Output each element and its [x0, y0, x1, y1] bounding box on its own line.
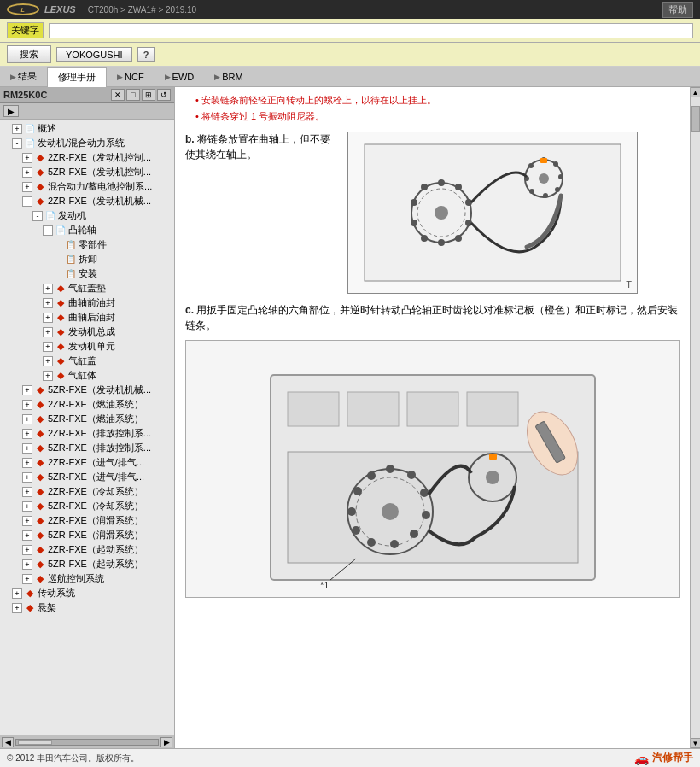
expand-5zr[interactable]: + [22, 167, 32, 178]
tree-label-11: 安装 [79, 267, 97, 280]
tree-item-5zr-intake[interactable]: + ◆ 5ZR-FXE（进气/排气... [0, 470, 174, 484]
expand-susp[interactable]: + [12, 603, 22, 613]
expand-rs[interactable]: + [43, 313, 53, 323]
yokogushi-button[interactable]: YOKOGUSHI [56, 47, 132, 62]
tree-item-2zr-fuel[interactable]: + ◆ 2ZR-FXE（燃油系统） [0, 397, 174, 412]
expand-2zr-mech[interactable]: - [22, 196, 32, 207]
tree-item-5zr-start[interactable]: + ◆ 5ZR-FXE（起动系统） [0, 557, 174, 571]
expand-5zrl[interactable]: + [22, 530, 32, 541]
horizontal-scroll-track[interactable] [15, 739, 159, 746]
tree-item-transmission[interactable]: + ◆ 传动系统 [0, 586, 174, 600]
expand-2zrf[interactable]: + [22, 400, 32, 410]
expand-cam[interactable]: - [43, 225, 53, 236]
tree-item-front-seal[interactable]: + ◆ 曲轴前油封 [0, 296, 174, 310]
tree-view: + 📄 概述 - 📄 发动机/混合动力系统 + ◆ 2ZR-FXE（发动机控制.… [0, 120, 174, 735]
close-panel-button[interactable]: ✕ [111, 89, 125, 101]
tree-item-parts[interactable]: 📋 零部件 [0, 237, 174, 252]
tree-item-rear-seal[interactable]: + ◆ 曲轴后油封 [0, 310, 174, 325]
tab-ewd[interactable]: ▶ EWD [155, 67, 205, 86]
tree-item-5zr-lube[interactable]: + ◆ 5ZR-FXE（润滑系统） [0, 528, 174, 542]
expand-5zre[interactable]: + [22, 443, 32, 454]
expand-hg[interactable]: + [43, 284, 53, 294]
search-input[interactable] [49, 23, 693, 38]
nav-forward-button[interactable]: ▶ [3, 105, 19, 117]
scroll-left-button[interactable]: ◀ [2, 737, 14, 747]
expand-eng[interactable]: - [32, 211, 43, 221]
scroll-track-vertical[interactable] [691, 97, 700, 738]
scroll-down-button[interactable]: ▼ [691, 738, 701, 748]
tree-item-5zr-emission[interactable]: + ◆ 5ZR-FXE（排放控制系... [0, 441, 174, 455]
tree-item-camshaft[interactable]: - 📄 凸轮轴 [0, 223, 174, 237]
expand-2zrl[interactable]: + [22, 516, 32, 526]
expand-2zrc[interactable]: + [22, 487, 32, 497]
tree-item-overview[interactable]: + 📄 概述 [0, 121, 174, 136]
expand-cb[interactable]: + [43, 371, 53, 381]
expand-eu[interactable]: + [43, 342, 53, 352]
panel-ctrl-4[interactable]: ↺ [157, 89, 171, 101]
horizontal-scroll-thumb[interactable] [18, 740, 52, 745]
tree-item-install[interactable]: 📋 安装 [0, 266, 174, 281]
tree-item-cylinder-head[interactable]: + ◆ 气缸盖 [0, 354, 174, 368]
tree-item-2zr-control[interactable]: + ◆ 2ZR-FXE（发动机控制... [0, 150, 174, 165]
scroll-right-button[interactable]: ▶ [160, 737, 172, 747]
tree-item-engine[interactable]: - 📄 发动机 [0, 208, 174, 223]
help-question-button[interactable]: ? [137, 47, 155, 62]
logo-text: L [21, 7, 26, 13]
expand-2zrs[interactable]: + [22, 545, 32, 555]
tree-item-cruise[interactable]: + ◆ 巡航控制系统 [0, 571, 174, 586]
tree-item-cylinder-block[interactable]: + ◆ 气缸体 [0, 368, 174, 383]
tree-item-5zr-fuel[interactable]: + ◆ 5ZR-FXE（燃油系统） [0, 412, 174, 426]
expand-5zrs[interactable]: + [22, 559, 32, 570]
tree-item-hybrid-battery[interactable]: + ◆ 混合动力/蓄电池控制系... [0, 179, 174, 194]
expand-engine[interactable]: - [12, 138, 22, 149]
expand-cruise[interactable]: + [22, 574, 32, 584]
tree-item-engine-hybrid[interactable]: - 📄 发动机/混合动力系统 [0, 136, 174, 150]
keyword-label: 关键字 [7, 22, 44, 38]
expand-5zri[interactable]: + [22, 472, 32, 483]
scroll-up-button[interactable]: ▲ [691, 87, 701, 97]
red-icon-23: ◆ [34, 545, 46, 555]
expand-2zri[interactable]: + [22, 458, 32, 468]
right-scrollbar[interactable]: ▲ ▼ [690, 87, 700, 748]
expand-5zrm[interactable]: + [22, 385, 32, 395]
expand-2zre[interactable]: + [22, 429, 32, 439]
tree-item-engine-assy[interactable]: + ◆ 发动机总成 [0, 325, 174, 339]
tree-item-2zr-start[interactable]: + ◆ 2ZR-FXE（起动系统） [0, 542, 174, 557]
help-button[interactable]: 帮助 [662, 2, 693, 18]
expand-5zrf[interactable]: + [22, 414, 32, 424]
expand-2zr[interactable]: + [22, 153, 32, 163]
expand-trans[interactable]: + [12, 588, 22, 599]
tree-item-2zr-intake[interactable]: + ◆ 2ZR-FXE（进气/排气... [0, 455, 174, 470]
red-icon-7: ◆ [55, 313, 67, 323]
tree-item-head-gasket[interactable]: + ◆ 气缸盖垫 [0, 281, 174, 296]
expand-ch[interactable]: + [43, 356, 53, 366]
tree-item-5zr-control[interactable]: + ◆ 5ZR-FXE（发动机控制... [0, 165, 174, 179]
expand-overview[interactable]: + [12, 124, 22, 134]
tree-item-5zr-cooling[interactable]: + ◆ 5ZR-FXE（冷却系统） [0, 499, 174, 513]
tree-item-engine-unit[interactable]: + ◆ 发动机单元 [0, 339, 174, 354]
red-icon-27: ◆ [24, 603, 36, 613]
expand-ea[interactable]: + [43, 327, 53, 337]
expand-fs[interactable]: + [43, 298, 53, 308]
tab-results[interactable]: ▶ 结果 [0, 67, 47, 86]
panel-ctrl-3[interactable]: ⊞ [142, 89, 155, 101]
tree-item-5zr-mech[interactable]: + ◆ 5ZR-FXE（发动机机械... [0, 383, 174, 397]
tree-item-disassemble[interactable]: 📋 拆卸 [0, 252, 174, 266]
tab-ncf[interactable]: ▶ NCF [107, 67, 155, 86]
svg-point-6 [465, 199, 472, 206]
expand-5zrc[interactable]: + [22, 501, 32, 512]
panel-ctrl-2[interactable]: □ [126, 89, 140, 101]
tab-manual[interactable]: 修理手册 [47, 67, 107, 87]
svg-point-13 [421, 184, 428, 190]
tree-item-2zr-mech[interactable]: - ◆ 2ZR-FXE（发动机机械... [0, 194, 174, 208]
red-icon-19: ◆ [34, 487, 46, 497]
search-button[interactable]: 搜索 [7, 45, 51, 63]
tree-item-2zr-lube[interactable]: + ◆ 2ZR-FXE（润滑系统） [0, 513, 174, 528]
tree-item-2zr-cooling[interactable]: + ◆ 2ZR-FXE（冷却系统） [0, 484, 174, 499]
tree-item-suspension[interactable]: + ◆ 悬架 [0, 600, 174, 615]
expand-hybrid[interactable]: + [22, 182, 32, 192]
scroll-thumb-vertical[interactable] [691, 106, 700, 132]
button-row: 搜索 YOKOGUSHI ? [0, 43, 700, 67]
tab-brm[interactable]: ▶ BRM [204, 67, 253, 86]
tree-item-2zr-emission[interactable]: + ◆ 2ZR-FXE（排放控制系... [0, 426, 174, 441]
